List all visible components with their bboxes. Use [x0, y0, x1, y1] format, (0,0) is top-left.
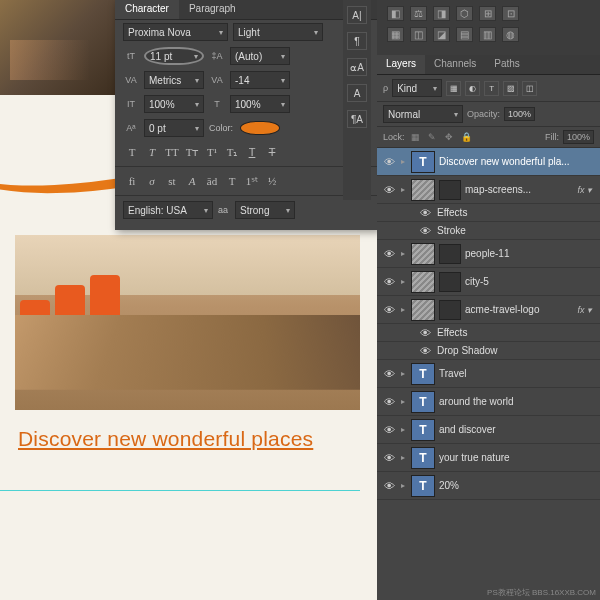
swatch-icon[interactable]: ◫: [410, 27, 427, 42]
layer-effect-row[interactable]: 👁Stroke: [377, 222, 600, 240]
layer-row[interactable]: 👁 ▸ T Discover new wonderful pla...: [377, 148, 600, 176]
stylistic-button[interactable]: st: [163, 173, 181, 189]
layer-effect-row[interactable]: 👁Drop Shadow: [377, 342, 600, 360]
layer-name[interactable]: around the world: [439, 396, 596, 407]
vscale-input[interactable]: 100%: [144, 95, 204, 113]
swatch-icon[interactable]: ◨: [433, 6, 450, 21]
layer-row[interactable]: 👁 ▸ T and discover: [377, 416, 600, 444]
visibility-icon[interactable]: 👁: [381, 156, 397, 168]
titling-button[interactable]: ād: [203, 173, 221, 189]
swatch-icon[interactable]: ▦: [387, 27, 404, 42]
expand-icon[interactable]: ▸: [401, 369, 405, 378]
swatch-icon[interactable]: ⚖: [410, 6, 427, 21]
visibility-icon[interactable]: 👁: [417, 207, 433, 219]
allcaps-button[interactable]: TT: [163, 144, 181, 160]
expand-icon[interactable]: ▸: [401, 397, 405, 406]
antialias-dropdown[interactable]: Strong: [235, 201, 295, 219]
expand-icon[interactable]: ▸: [401, 249, 405, 258]
kerning-dropdown[interactable]: Metrics: [144, 71, 204, 89]
filter-type-icon[interactable]: T: [484, 81, 499, 96]
visibility-icon[interactable]: 👁: [381, 368, 397, 380]
swatch-icon[interactable]: ◧: [387, 6, 404, 21]
visibility-icon[interactable]: 👁: [417, 225, 433, 237]
sidebar-parastyle-icon[interactable]: ¶A: [347, 110, 367, 128]
layer-row[interactable]: 👁 ▸ T Travel: [377, 360, 600, 388]
visibility-icon[interactable]: 👁: [381, 304, 397, 316]
swatch-icon[interactable]: ▥: [479, 27, 496, 42]
font-weight-dropdown[interactable]: Light: [233, 23, 323, 41]
hscale-input[interactable]: 100%: [230, 95, 290, 113]
layer-name[interactable]: Discover new wonderful pla...: [439, 156, 596, 167]
lock-all-icon[interactable]: 🔒: [460, 131, 473, 144]
ordinal-button[interactable]: 1ˢᵗ: [243, 173, 261, 189]
sidebar-paragraph-icon[interactable]: ¶: [347, 32, 367, 50]
swatch-icon[interactable]: ◍: [502, 27, 519, 42]
visibility-icon[interactable]: 👁: [381, 276, 397, 288]
blend-mode-dropdown[interactable]: Normal: [383, 105, 463, 123]
visibility-icon[interactable]: 👁: [381, 424, 397, 436]
layer-name[interactable]: 20%: [439, 480, 596, 491]
visibility-icon[interactable]: 👁: [381, 480, 397, 492]
leading-dropdown[interactable]: (Auto): [230, 47, 290, 65]
lock-position-icon[interactable]: ✥: [443, 131, 456, 144]
filter-adjust-icon[interactable]: ◐: [465, 81, 480, 96]
opacity-value[interactable]: 100%: [504, 107, 535, 121]
layer-name[interactable]: Travel: [439, 368, 596, 379]
strikethrough-button[interactable]: T: [263, 144, 281, 160]
layer-row[interactable]: 👁 ▸ city-5: [377, 268, 600, 296]
text-color-swatch[interactable]: [240, 121, 280, 135]
subscript-button[interactable]: T₁: [223, 144, 241, 160]
layer-row[interactable]: 👁 ▸ people-11: [377, 240, 600, 268]
expand-icon[interactable]: ▸: [401, 185, 405, 194]
smallcaps-button[interactable]: Tᴛ: [183, 144, 201, 160]
swatch-icon[interactable]: ⊡: [502, 6, 519, 21]
underline-button[interactable]: T: [243, 144, 261, 160]
tab-paths[interactable]: Paths: [485, 55, 529, 74]
visibility-icon[interactable]: 👁: [417, 327, 433, 339]
ordinals-button[interactable]: σ: [143, 173, 161, 189]
swatch-icon[interactable]: ◪: [433, 27, 450, 42]
tab-layers[interactable]: Layers: [377, 55, 425, 74]
fx-badge[interactable]: fx ▾: [577, 185, 592, 195]
swatch-icon[interactable]: ⬡: [456, 6, 473, 21]
lock-transparency-icon[interactable]: ▦: [409, 131, 422, 144]
visibility-icon[interactable]: 👁: [417, 345, 433, 357]
expand-icon[interactable]: ▸: [401, 425, 405, 434]
tracking-dropdown[interactable]: -14: [230, 71, 290, 89]
sidebar-type-icon[interactable]: A|: [347, 6, 367, 24]
language-dropdown[interactable]: English: USA: [123, 201, 213, 219]
visibility-icon[interactable]: 👁: [381, 248, 397, 260]
expand-icon[interactable]: ▸: [401, 157, 405, 166]
layer-effect-row[interactable]: 👁Effects: [377, 204, 600, 222]
swatch-icon[interactable]: ▤: [456, 27, 473, 42]
italic-button[interactable]: T: [143, 144, 161, 160]
tab-channels[interactable]: Channels: [425, 55, 485, 74]
layer-row[interactable]: 👁 ▸ T around the world: [377, 388, 600, 416]
layer-name[interactable]: city-5: [465, 276, 596, 287]
swash-button[interactable]: A: [183, 173, 201, 189]
sidebar-glyph-icon[interactable]: ⍺A: [347, 58, 367, 76]
layer-effect-row[interactable]: 👁Effects: [377, 324, 600, 342]
ligatures-button[interactable]: fi: [123, 173, 141, 189]
visibility-icon[interactable]: 👁: [381, 396, 397, 408]
font-family-dropdown[interactable]: Proxima Nova: [123, 23, 228, 41]
expand-icon[interactable]: ▸: [401, 277, 405, 286]
layer-row[interactable]: 👁 ▸ T 20%: [377, 472, 600, 500]
expand-icon[interactable]: ▸: [401, 481, 405, 490]
layer-row[interactable]: 👁 ▸ map-screens... fx ▾: [377, 176, 600, 204]
bold-button[interactable]: T: [123, 144, 141, 160]
font-size-dropdown[interactable]: 11 pt: [144, 47, 204, 65]
fx-badge[interactable]: fx ▾: [577, 305, 592, 315]
filter-pixel-icon[interactable]: ▦: [446, 81, 461, 96]
filter-kind-dropdown[interactable]: Kind: [392, 79, 442, 97]
layer-name[interactable]: map-screens...: [465, 184, 573, 195]
expand-icon[interactable]: ▸: [401, 453, 405, 462]
fill-value[interactable]: 100%: [563, 130, 594, 144]
baseline-input[interactable]: 0 pt: [144, 119, 204, 137]
layer-row[interactable]: 👁 ▸ acme-travel-logo fx ▾: [377, 296, 600, 324]
headline-text[interactable]: Discover new wonderful places: [18, 427, 313, 451]
fractions-button[interactable]: ½: [263, 173, 281, 189]
contextual-button[interactable]: T: [223, 173, 241, 189]
filter-shape-icon[interactable]: ▨: [503, 81, 518, 96]
layer-name[interactable]: your true nature: [439, 452, 596, 463]
